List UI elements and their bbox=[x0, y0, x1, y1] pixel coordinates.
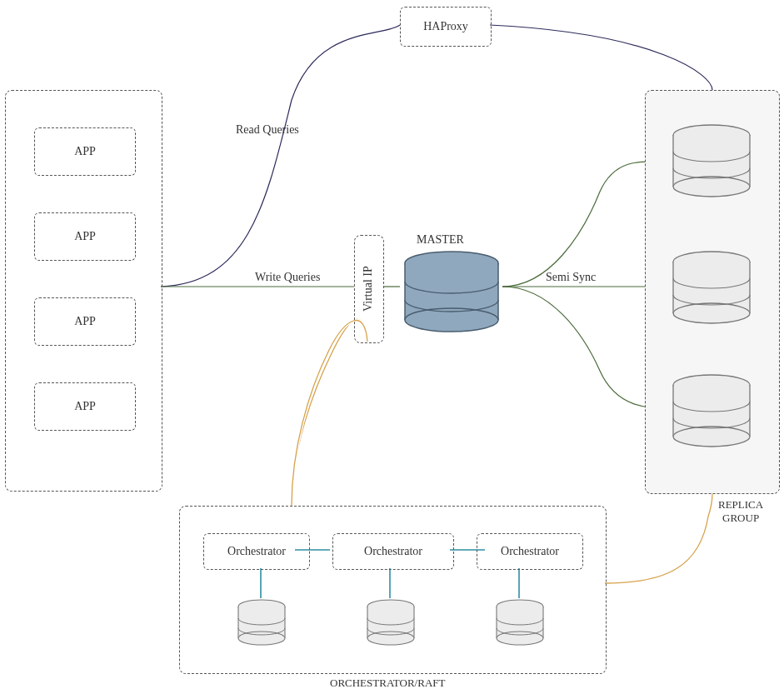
orchestrator-box-3: Orchestrator bbox=[477, 533, 583, 570]
edge-haproxy-to-replicas bbox=[490, 25, 712, 90]
master-db-icon bbox=[400, 250, 503, 337]
app-label: APP bbox=[74, 145, 96, 158]
orchestrator-label: Orchestrator bbox=[364, 545, 422, 558]
edge-master-to-replica-3 bbox=[502, 287, 665, 408]
app-box-1: APP bbox=[34, 127, 136, 176]
edge-orch-to-replicas bbox=[605, 493, 712, 583]
apps-group: APP APP APP APP bbox=[5, 90, 162, 492]
replica-db-3-icon bbox=[668, 373, 755, 453]
orchestrator-group-label: ORCHESTRATOR/RAFT bbox=[330, 677, 445, 690]
app-label: APP bbox=[74, 315, 96, 328]
app-label: APP bbox=[74, 400, 96, 413]
app-box-2: APP bbox=[34, 212, 136, 261]
architecture-diagram: HAProxy APP APP APP APP Virtual IP MASTE… bbox=[0, 0, 784, 694]
svg-point-24 bbox=[238, 632, 285, 645]
orchestrator-group-box: Orchestrator Orchestrator Orchestrator bbox=[179, 506, 607, 674]
edge-orch-to-vip bbox=[292, 319, 367, 506]
app-box-3: APP bbox=[34, 297, 136, 346]
svg-point-19 bbox=[673, 427, 750, 447]
svg-point-9 bbox=[673, 177, 750, 197]
replica-group-label: REPLICA GROUP bbox=[718, 498, 763, 525]
read-queries-label: Read Queries bbox=[236, 123, 299, 137]
orch-db-2-icon bbox=[363, 598, 418, 652]
orch-db-3-icon bbox=[492, 598, 547, 652]
orchestrator-box-1: Orchestrator bbox=[203, 533, 310, 570]
svg-point-14 bbox=[673, 303, 750, 323]
haproxy-label: HAProxy bbox=[423, 20, 468, 33]
edge-master-to-replica-1 bbox=[502, 162, 665, 287]
write-queries-label: Write Queries bbox=[255, 271, 320, 284]
orchestrator-box-2: Orchestrator bbox=[332, 533, 454, 570]
virtual-ip-label: Virtual IP bbox=[362, 251, 375, 327]
edge-orch-to-vip-clean bbox=[292, 321, 367, 506]
svg-point-29 bbox=[367, 632, 414, 645]
virtual-ip-box: Virtual IP bbox=[354, 235, 384, 343]
app-label: APP bbox=[74, 230, 96, 243]
orch-db-1-icon bbox=[234, 598, 289, 652]
haproxy-box: HAProxy bbox=[400, 7, 492, 47]
orchestrator-label: Orchestrator bbox=[227, 545, 286, 558]
orchestrator-label: Orchestrator bbox=[501, 545, 559, 558]
svg-point-34 bbox=[497, 632, 543, 645]
replica-db-2-icon bbox=[668, 250, 755, 330]
app-box-4: APP bbox=[34, 382, 136, 431]
semi-sync-label: Semi Sync bbox=[546, 271, 596, 284]
master-label: MASTER bbox=[417, 233, 464, 247]
replica-db-1-icon bbox=[668, 123, 755, 203]
